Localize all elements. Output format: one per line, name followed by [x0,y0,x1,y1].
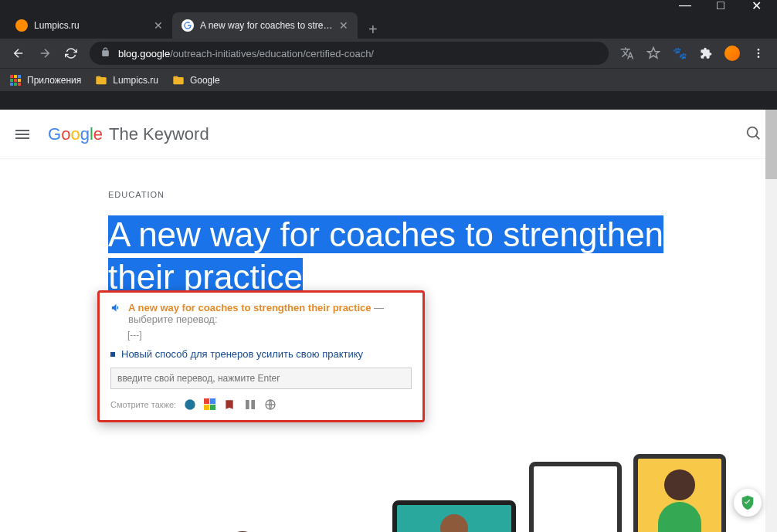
dictionary-icon[interactable] [244,398,256,411]
svg-rect-9 [18,79,21,82]
tab-close-icon[interactable]: ✕ [339,19,348,32]
address-bar[interactable]: blog.google/outreach-initiatives/educati… [90,42,609,65]
site-logo[interactable]: Google The Keyword [48,124,209,144]
url-text: blog.google/outreach-initiatives/educati… [118,48,374,59]
svg-point-13 [748,127,758,137]
minimize-button[interactable]: — [667,0,703,17]
svg-rect-8 [14,79,17,82]
translate-icon[interactable] [615,41,640,66]
device-graphic [633,454,726,532]
favicon-icon [15,19,28,32]
book-icon[interactable] [224,398,236,411]
hamburger-icon[interactable] [15,127,34,141]
scrollbar-thumb[interactable] [765,110,777,179]
translation-input[interactable] [110,368,412,389]
bullet-icon [110,352,115,357]
svg-rect-12 [18,83,21,86]
google-logo: Google [48,124,103,144]
titlebar: — □ ✕ [0,0,777,11]
close-button[interactable]: ✕ [738,0,774,17]
tabstrip: Lumpics.ru ✕ A new way for coaches to st… [0,11,777,39]
translate-popup: A new way for coaches to strengthen thei… [97,290,425,422]
svg-rect-4 [10,75,13,78]
svg-rect-16 [210,398,215,404]
back-button[interactable] [6,41,31,66]
apps-icon [9,74,22,86]
browser-chrome: — □ ✕ Lumpics.ru ✕ A new way for coaches… [0,0,777,110]
bookmark-label: Lumpics.ru [113,75,158,86]
site-title: The Keyword [109,124,209,144]
svg-rect-5 [14,75,17,78]
reload-button[interactable] [59,41,83,66]
tab-lumpics[interactable]: Lumpics.ru ✕ [6,12,172,39]
source-text: A new way for coaches to strengthen thei… [128,302,412,325]
svg-point-14 [185,399,195,409]
svg-rect-15 [204,398,209,404]
device-graphic [529,462,622,532]
svg-rect-17 [204,405,209,410]
device-graphic [392,500,516,532]
svg-point-3 [758,56,760,58]
svg-rect-10 [10,83,13,86]
menu-icon[interactable] [746,41,771,66]
folder-icon [95,74,107,86]
tab-title: A new way for coaches to strengt [200,20,333,31]
svg-rect-7 [10,79,13,82]
bookmark-lumpics[interactable]: Lumpics.ru [95,74,158,86]
site-header: Google The Keyword [0,110,777,159]
google-icon[interactable] [204,398,216,411]
globe-icon[interactable] [264,398,277,411]
tab-article[interactable]: A new way for coaches to strengt ✕ [172,12,358,39]
article-content: EDUCATION A new way for coaches to stren… [0,159,777,298]
wordpress-icon[interactable] [184,398,196,411]
bookmark-google[interactable]: Google [172,74,220,86]
toolbar: blog.google/outreach-initiatives/educati… [0,39,777,68]
search-icon[interactable] [745,124,762,144]
paw-icon[interactable]: 🐾 [667,41,692,66]
translation-text: Новый способ для тренеров усилить свою п… [121,348,363,360]
folder-icon [172,74,185,86]
svg-point-2 [758,53,760,55]
svg-rect-6 [18,75,21,78]
seealso-row: Смотрите также: [110,398,412,411]
bookmark-apps[interactable]: Приложения [9,74,81,86]
profile-icon[interactable] [720,41,745,66]
speaker-icon[interactable] [110,302,122,317]
bookmark-label: Приложения [27,75,81,86]
placeholder-dots: [---] [127,330,412,341]
extensions-icon[interactable] [694,41,718,66]
svg-rect-11 [14,83,17,86]
tab-close-icon[interactable]: ✕ [154,19,163,32]
article-title: A new way for coaches to strengthen thei… [108,213,664,298]
maximize-button[interactable]: □ [703,0,738,17]
bookmark-label: Google [190,75,220,86]
svg-point-1 [758,49,760,51]
scrollbar[interactable] [765,110,777,532]
tab-title: Lumpics.ru [34,20,148,31]
illustration [0,500,777,532]
favicon-icon [182,19,194,32]
lock-icon [100,46,110,60]
translation-row[interactable]: Новый способ для тренеров усилить свою п… [110,348,412,360]
adblock-badge-icon[interactable] [734,489,762,517]
article-category: EDUCATION [108,190,777,199]
star-icon[interactable] [641,41,666,66]
forward-button[interactable] [32,41,57,66]
svg-rect-18 [210,405,215,410]
new-tab-button[interactable]: + [358,21,388,39]
bookmarks-bar: Приложения Lumpics.ru Google [0,68,777,91]
seealso-label: Смотрите также: [110,400,176,409]
